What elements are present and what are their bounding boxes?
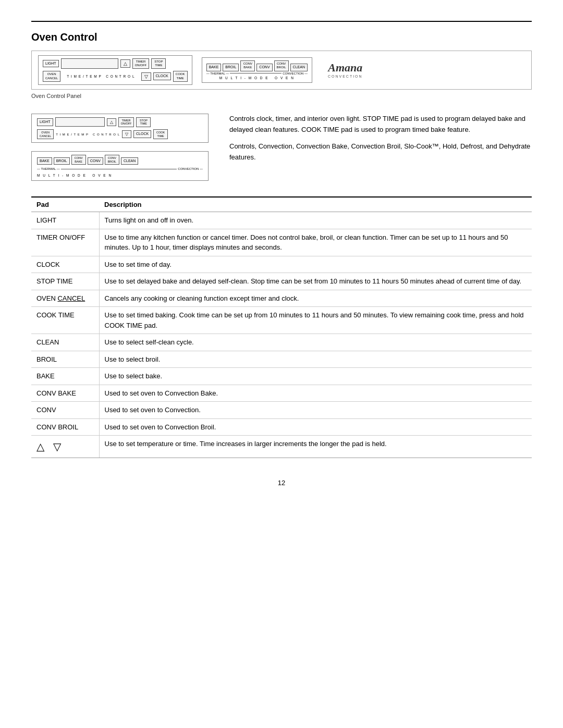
mini-timer-onoff[interactable]: TIMERON/OFF [118,117,134,127]
mini-clean[interactable]: CLEAN [121,157,138,165]
convection-brand-label: CONVECTION [328,75,363,78]
conv-bake-button[interactable]: CONVBAKE [240,60,255,71]
pad-cell: CLOCK [31,256,99,273]
mini-diagrams: LIGHT △ TIMERON/OFF STOPTIME OVENCANCEL … [31,114,209,181]
multimode-label: M U L T I - M O D E O V E N [219,76,295,80]
panel-row-2: OVENCANCEL T I M E / T E M P C O N T R O… [43,71,188,81]
right-panel: BAKE BROIL CONVBAKE CONV CONVBROIL CLEAN… [202,57,312,82]
table-row: COOK TIMEUse to set timed baking. Cook t… [31,307,532,334]
pad-cell: BROIL [31,351,99,368]
pad-cell: TIMER ON/OFF [31,229,99,256]
mini-light-button[interactable]: LIGHT [37,118,53,126]
cook-time-button[interactable]: COOKTIME [173,71,188,81]
down-arrow-button[interactable]: ▽ [141,72,151,81]
description-cell: Used to set oven to Convection Broil. [99,418,532,436]
left-panel: LIGHT △ TIMERON/OFF STOPTIME OVENCANCEL … [38,55,192,85]
mini-oven-cancel[interactable]: OVENCANCEL [37,129,54,139]
description-cell: Use to select broil. [99,351,532,368]
light-button[interactable]: LIGHT [43,60,59,67]
pad-cell: BAKE [31,368,99,385]
pad-cell: CONV BAKE [31,385,99,402]
pad-table: Pad Description LIGHTTurns light on and … [31,196,532,458]
oven-cancel-button[interactable]: OVENCANCEL [43,71,60,81]
mini-right-row: BAKE BROIL CONVBAKE CONV CONVBROIL CLEAN [37,155,203,165]
table-row: CLEANUse to select self-clean cycle. [31,334,532,351]
mini-up-arrow[interactable]: △ [107,118,116,126]
table-row: STOP TIMEUse to set delayed bake and del… [31,273,532,290]
pad-cell: COOK TIME [31,307,99,334]
description-cell: Use to select bake. [99,368,532,385]
table-row: TIMER ON/OFFUse to time any kitchen func… [31,229,532,256]
mini-row-2: OVENCANCEL T I M E / T E M P C O N T R O… [37,129,203,139]
mini-display [55,117,105,127]
mini-time-temp-label: T I M E / T E M P C O N T R O L [56,133,120,136]
mini-down-arrow[interactable]: ▽ [122,130,131,138]
desc-paragraph-2: Controls, Convection, Convection Bake, C… [229,141,532,163]
description-cell: Use to set delayed bake and delayed self… [99,273,532,290]
mini-multimode-label: M U L T I - M O D E O V E N [37,174,203,177]
description-cell: Used to set oven to Convection. [99,402,532,419]
mini-conv-bake[interactable]: CONVBAKE [71,155,86,165]
description-cell: Use to time any kitchen function or canc… [99,229,532,256]
page-title: Oven Control [31,31,532,43]
mini-conv[interactable]: CONV [88,157,103,165]
description-text: Controls clock, timer, and interior oven… [229,114,532,181]
description-cell: Use to set time of day. [99,256,532,273]
arrow-symbols: △ ▽ [36,441,61,452]
description-cell: Used to set oven to Convection Bake. [99,385,532,402]
table-row: CONVUsed to set oven to Convection. [31,402,532,419]
top-border [31,21,532,22]
mini-row-1: LIGHT △ TIMERON/OFF STOPTIME [37,117,203,127]
mini-conv-broil[interactable]: CONVBROIL [105,155,119,165]
up-arrow-button[interactable]: △ [120,59,130,68]
timer-onoff-button[interactable]: TIMERON/OFF [132,58,150,69]
time-temp-label: T I M E / T E M P C O N T R O L [63,73,139,80]
conv-broil-button[interactable]: CONVBROIL [274,60,289,71]
description-cell: Use to select self-clean cycle. [99,334,532,351]
table-row: BROILUse to select broil. [31,351,532,368]
description-cell: Cancels any cooking or cleaning function… [99,290,532,307]
pad-cell: OVEN CANCEL [31,290,99,307]
table-row: △ ▽Use to set temperature or time. Time … [31,436,532,458]
col-pad-header: Pad [31,197,99,212]
table-row: OVEN CANCELCancels any cooking or cleani… [31,290,532,307]
desc-paragraph-1: Controls clock, timer, and interior oven… [229,114,532,135]
pad-cell: CLEAN [31,334,99,351]
description-cell: Use to set timed baking. Cook time can b… [99,307,532,334]
conv-button[interactable]: CONV [256,64,272,71]
description-section: LIGHT △ TIMERON/OFF STOPTIME OVENCANCEL … [31,114,532,181]
right-panel-row: BAKE BROIL CONVBAKE CONV CONVBROIL CLEAN [206,60,308,71]
stop-time-button[interactable]: STOPTIME [151,58,166,69]
table-row: CLOCKUse to set time of day. [31,256,532,273]
mini-stop-time[interactable]: STOPTIME [136,117,151,127]
table-row: CONV BROILUsed to set oven to Convection… [31,418,532,436]
pad-cell: △ ▽ [31,436,99,458]
mini-thermal-line: — THERMAL — CONVECTION — [37,167,203,170]
panel-caption: Oven Control Panel [31,93,532,99]
control-panel-diagram: LIGHT △ TIMERON/OFF STOPTIME OVENCANCEL … [31,51,532,90]
table-row: CONV BAKEUsed to set oven to Convection … [31,385,532,402]
mini-clock[interactable]: CLOCK [133,130,151,138]
table-row: LIGHTTurns light on and off in oven. [31,212,532,229]
mini-panel-left: LIGHT △ TIMERON/OFF STOPTIME OVENCANCEL … [31,114,209,143]
mini-panel-right: BAKE BROIL CONVBAKE CONV CONVBROIL CLEAN… [31,151,209,181]
mini-broil[interactable]: BROIL [54,157,70,165]
pad-cell: LIGHT [31,212,99,229]
pad-cell: STOP TIME [31,273,99,290]
amana-brand-text: Amana [328,62,362,73]
bake-button[interactable]: BAKE [206,64,222,71]
pad-cell: CONV BROIL [31,418,99,436]
clean-button[interactable]: CLEAN [290,64,308,71]
mini-cook-time[interactable]: COOKTIME [153,129,168,139]
panel-row-1: LIGHT △ TIMERON/OFF STOPTIME [43,58,188,69]
amana-logo: Amana CONVECTION [328,62,363,78]
clock-button[interactable]: CLOCK [153,72,171,80]
thermal-conv-line: — THERMAL — CONVECTION — [206,72,308,75]
time-temp-display [61,58,118,69]
description-cell: Turns light on and off in oven. [99,212,532,229]
broil-button[interactable]: BROIL [223,64,239,71]
table-row: BAKEUse to select bake. [31,368,532,385]
page-number: 12 [31,479,532,487]
mini-bake[interactable]: BAKE [37,157,52,165]
pad-cell: CONV [31,402,99,419]
